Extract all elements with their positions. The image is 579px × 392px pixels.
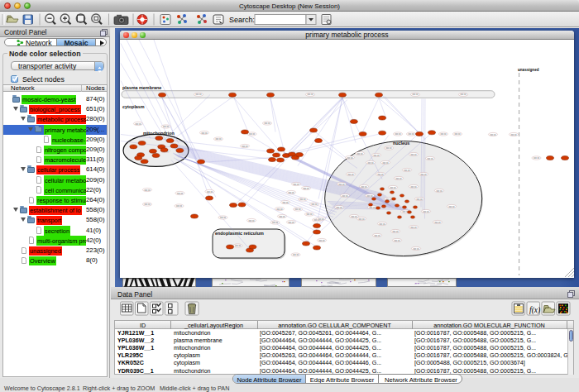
svg-text:xxx xx: xxx xx [347,157,353,160]
svg-text:xxx xx: xxx xx [299,198,306,201]
svg-text:xxx xx: xxx xx [279,216,285,218]
svg-text:xxx xx: xxx xx [135,123,141,126]
svg-text:xxx xx: xxx xx [373,155,380,157]
svg-text:plasma membrane: plasma membrane [122,85,161,90]
svg-text:xxx xx: xxx xx [338,184,345,186]
svg-text:f(x): f(x) [529,306,540,315]
svg-text:xxx xx: xxx xx [215,138,222,141]
svg-text:xxx xx: xxx xx [276,208,283,211]
svg-text:xxx xx: xxx xx [434,222,441,224]
svg-text:xxx xx: xxx xx [404,170,410,172]
svg-text:xxx xx: xxx xx [412,93,419,96]
svg-text:xxx xx: xxx xx [408,133,414,136]
svg-text:xxx xx: xxx xx [318,218,324,221]
svg-text:xxx xx: xxx xx [420,174,427,176]
svg-text:xxx xx: xxx xx [242,146,248,148]
svg-text:xxx xx: xxx xx [377,174,384,176]
svg-text:xxx xx: xxx xx [351,216,357,218]
svg-text:unassigned: unassigned [518,68,539,72]
svg-text:xxx xx: xxx xx [392,231,399,233]
svg-text:xxx xx: xxx xx [195,93,202,96]
svg-text:xxx xx: xxx xx [272,222,279,224]
svg-text:xxx xx: xxx xx [394,240,400,242]
svg-text:xxx xx: xxx xx [374,235,380,237]
svg-text:xxx xx: xxx xx [490,134,496,136]
svg-text:xxx xx: xxx xx [427,158,433,160]
svg-text:xxx xx: xxx xx [366,195,373,198]
svg-text:xxx xx: xxx xx [318,240,325,242]
svg-text:xxx xx: xxx xx [207,191,213,194]
svg-text:xxx xx: xxx xx [347,174,354,176]
svg-text:xxx xx: xxx xx [410,186,417,189]
svg-text:xxx xx: xxx xx [413,248,419,251]
svg-text:xxx xx: xxx xx [248,220,255,222]
svg-text:xxx xx: xxx xx [306,213,313,216]
svg-text:xxx xx: xxx xx [307,93,313,96]
svg-text:xxx xx: xxx xx [390,187,396,189]
svg-text:xxx xx: xxx xx [410,154,417,156]
svg-text:xxx xx: xxx xx [294,208,301,211]
svg-text:xxx xx: xxx xx [379,223,385,226]
svg-text:xxx xx: xxx xx [303,188,309,190]
svg-text:xxx xx: xxx xx [235,245,242,247]
svg-text:xxx xx: xxx xx [177,193,184,195]
svg-text:xxx xx: xxx xx [282,202,289,204]
svg-text:xxx xx: xxx xx [163,126,170,128]
svg-text:xxx xx: xxx xx [293,254,299,256]
svg-text:xxx xx: xxx xx [416,198,423,201]
svg-text:xxx xx: xxx xx [423,211,429,213]
svg-text:xxx xx: xxx xx [176,205,183,208]
svg-text:xxx xx: xxx xx [249,133,256,136]
svg-text:xxx xx: xxx xx [264,122,270,125]
svg-text:xxx xx: xxx xx [448,206,455,208]
svg-text:xxx xx: xxx xx [382,162,389,165]
svg-text:xxx xx: xxx xx [361,186,367,189]
svg-text:xxx xx: xxx xx [436,190,443,193]
svg-text:xxx xx: xxx xx [410,227,417,229]
svg-text:xxx xx: xxx xx [288,192,294,194]
svg-text:xxx xx: xxx xx [454,133,461,136]
svg-text:xxx xx: xxx xx [144,203,151,206]
svg-text:xxx xx: xxx xx [385,147,392,150]
svg-text:xxx xx: xxx xx [220,217,227,219]
svg-text:endoplasmic reticulum: endoplasmic reticulum [215,231,264,236]
svg-text:xxx xx: xxx xx [395,178,402,180]
svg-text:xxx xx: xxx xx [369,207,376,209]
svg-text:xxx xx: xxx xx [395,133,401,136]
svg-text:nucleus: nucleus [393,141,409,146]
svg-text:xxx xx: xxx xx [534,157,540,160]
svg-text:xxx xx: xxx xx [358,218,365,221]
svg-text:xxx xx: xxx xx [367,162,374,165]
svg-text:xxx xx: xxx xx [440,133,447,136]
svg-text:cytoplasm: cytoplasm [122,104,145,109]
svg-text:xxx xx: xxx xx [201,132,208,135]
svg-text:xxx xx: xxx xx [144,189,151,192]
svg-text:mitochondrion: mitochondrion [143,131,175,136]
svg-text:Search:: Search: [229,16,255,24]
svg-text:xxx xx: xxx xx [288,222,294,224]
svg-text:xxx xx: xxx xx [356,153,363,155]
svg-text:xxx xx: xxx xx [460,93,467,96]
svg-text:xxx xx: xxx xx [311,203,318,206]
svg-text:xxx xx: xxx xx [293,184,299,186]
svg-text:xxx xx: xxx xx [342,195,348,198]
svg-text:xxx xx: xxx xx [510,134,517,136]
svg-text:xxx xx: xxx xx [336,207,342,209]
